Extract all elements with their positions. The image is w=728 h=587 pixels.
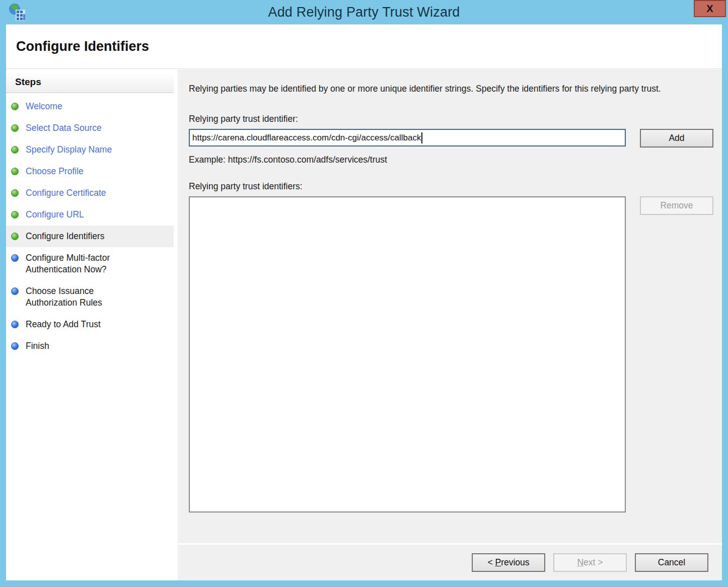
step-configure-url[interactable]: Configure URL — [6, 204, 174, 226]
step-status-icon — [11, 287, 19, 295]
footer-bar: < Previous Next > Cancel — [178, 543, 722, 580]
step-status-icon — [11, 168, 19, 175]
step-ready-to-add-trust: Ready to Add Trust — [6, 314, 174, 335]
step-status-icon — [11, 342, 19, 350]
step-status-icon — [11, 103, 19, 110]
next-button[interactable]: Next > — [553, 553, 627, 572]
identifiers-listbox[interactable] — [189, 196, 626, 512]
identifier-input-row: https://carena.cloudflareaccess.com/cdn-… — [189, 129, 722, 148]
step-choose-issuance-rules: Choose Issuance Authorization Rules — [6, 280, 174, 314]
step-select-data-source[interactable]: Select Data Source — [6, 117, 174, 139]
step-status-icon — [11, 146, 19, 154]
step-configure-mfa: Configure Multi-factor Authentication No… — [6, 247, 174, 280]
add-button[interactable]: Add — [640, 129, 713, 148]
step-choose-profile[interactable]: Choose Profile — [6, 161, 174, 182]
steps-heading: Steps — [6, 72, 174, 93]
steps-list: Welcome Select Data Source Specify Displ… — [6, 96, 174, 357]
step-specify-display-name[interactable]: Specify Display Name — [6, 139, 174, 161]
step-status-icon — [11, 189, 19, 197]
identifiers-list-label: Relying party trust identifiers: — [189, 181, 722, 192]
close-button[interactable]: X — [694, 0, 726, 17]
page-header: Configure Identifiers — [6, 24, 722, 69]
wizard-body: Configure Identifiers Steps Welcome Sele… — [6, 24, 722, 580]
main-panel: Relying parties may be identified by one… — [178, 69, 722, 565]
previous-button[interactable]: < Previous — [472, 553, 545, 572]
step-status-icon — [11, 254, 19, 262]
page-title: Configure Identifiers — [16, 39, 149, 54]
step-status-icon — [11, 124, 19, 132]
example-text: Example: https://fs.contoso.com/adfs/ser… — [189, 155, 722, 165]
remove-button[interactable]: Remove — [640, 196, 713, 215]
step-status-icon — [11, 211, 19, 218]
step-welcome[interactable]: Welcome — [6, 96, 174, 117]
step-status-icon — [11, 233, 19, 240]
step-status-icon — [11, 321, 19, 328]
identifiers-list-row: Remove — [189, 196, 722, 512]
identifier-input[interactable]: https://carena.cloudflareaccess.com/cdn-… — [189, 129, 626, 146]
text-caret — [421, 132, 422, 143]
steps-sidebar: Steps Welcome Select Data Source Specify… — [6, 69, 174, 580]
step-configure-certificate[interactable]: Configure Certificate — [6, 182, 174, 204]
panel-description: Relying parties may be identified by one… — [189, 82, 703, 96]
adfs-app-icon — [7, 3, 26, 22]
window-title: Add Relying Party Trust Wizard — [268, 5, 460, 20]
identifier-input-value: https://carena.cloudflareaccess.com/cdn-… — [192, 133, 421, 143]
titlebar: Add Relying Party Trust Wizard X — [0, 0, 728, 24]
step-configure-identifiers: Configure Identifiers — [6, 226, 174, 247]
step-finish: Finish — [6, 335, 174, 357]
cancel-button[interactable]: Cancel — [635, 553, 708, 572]
identifier-label: Relying party trust identifier: — [189, 114, 722, 124]
